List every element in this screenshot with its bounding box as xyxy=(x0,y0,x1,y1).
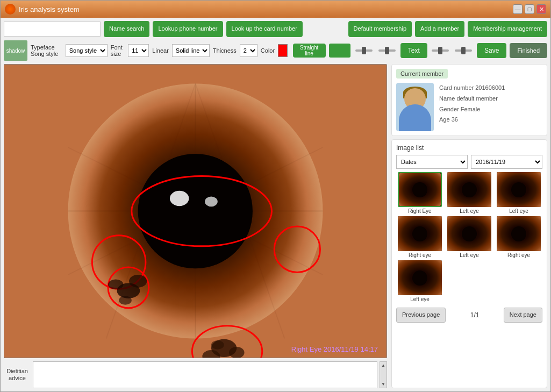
pupil-thumb xyxy=(412,270,427,286)
pupil-thumb xyxy=(462,182,477,197)
maximize-button[interactable]: □ xyxy=(525,4,534,14)
image-list-section: Image list Dates 2016/11/19 xyxy=(391,139,547,388)
svg-point-10 xyxy=(205,196,218,206)
thumbnail-1[interactable] xyxy=(398,172,442,207)
svg-point-23 xyxy=(211,340,224,350)
next-page-button[interactable]: Next page xyxy=(504,308,542,323)
thumb-label-5: Left eye xyxy=(460,252,479,258)
eye-thumb xyxy=(447,216,491,251)
image-grid: Right Eye Left eye xyxy=(396,172,542,302)
eye-thumb xyxy=(399,173,441,206)
thumb-label-7: Left eye xyxy=(410,296,430,302)
typeface-select[interactable]: Song style xyxy=(66,44,108,57)
thumbnail-2[interactable] xyxy=(447,172,491,207)
eye-thumb xyxy=(447,172,491,207)
lookup-phone-button[interactable]: Lookup phone number xyxy=(153,21,223,37)
finished-button[interactable]: Finished xyxy=(510,43,547,58)
list-item: Right Eye xyxy=(396,172,443,214)
thumb-label-1: Right Eye xyxy=(408,208,431,214)
top-bar: Name search Lookup phone number Look up … xyxy=(4,21,547,37)
window-title: Iris analysis system xyxy=(19,5,80,13)
thumb-label-2: Left eye xyxy=(460,208,479,214)
card-number: Card number 201606001 xyxy=(439,83,542,94)
dietitian-label: Dietitian advice xyxy=(4,361,31,388)
straight-line-button[interactable]: Straight line xyxy=(293,44,326,58)
thickness-label: Thicness xyxy=(213,47,237,54)
app-icon xyxy=(5,4,16,15)
date-value-select[interactable]: 2016/11/19 xyxy=(471,155,542,169)
list-item: Left eye xyxy=(446,172,493,214)
font-size-select[interactable]: 11 xyxy=(128,44,149,57)
thumbnail-5[interactable] xyxy=(447,216,491,251)
thumbnail-3[interactable] xyxy=(497,172,541,207)
current-member-label: Current member xyxy=(396,69,448,79)
thumbnail-4[interactable] xyxy=(398,216,442,251)
page-info: 1/1 xyxy=(470,311,480,319)
thumb-label-3: Left eye xyxy=(509,208,528,214)
dietitian-input[interactable] xyxy=(33,361,377,388)
list-item: Left eye xyxy=(446,216,493,258)
list-item: Right eye xyxy=(495,216,542,258)
right-panel: Current member Card number 201606001 Nam… xyxy=(391,64,547,388)
thumbnail-7[interactable] xyxy=(398,260,442,295)
member-name: Name default member xyxy=(439,94,542,104)
member-details: Card number 201606001 Name default membe… xyxy=(439,83,542,125)
main-area: Right Eye 2016/11/19 14:17 Dietitian adv… xyxy=(4,64,547,388)
dietitian-row: Dietitian advice ▲ ▼ xyxy=(4,361,387,388)
pupil-thumb xyxy=(511,226,526,241)
eye-image-label: Right Eye 2016/11/19 14:17 xyxy=(291,345,378,353)
text-slider[interactable] xyxy=(431,44,450,57)
close-button[interactable]: ✕ xyxy=(536,4,546,14)
thumb-label-4: Right eye xyxy=(409,252,431,258)
eye-thumb xyxy=(398,216,442,251)
add-member-button[interactable]: Add a member xyxy=(415,21,464,37)
svg-point-9 xyxy=(170,191,189,206)
shadow-box: shadow xyxy=(4,40,27,61)
left-panel: Right Eye 2016/11/19 14:17 Dietitian adv… xyxy=(4,64,387,388)
pupil-thumb xyxy=(511,182,526,197)
typeface-label: Typeface Song style xyxy=(31,44,62,57)
thumbnail-6[interactable] xyxy=(497,216,541,251)
svg-point-8 xyxy=(138,154,253,268)
eye-thumb xyxy=(497,172,541,207)
previous-page-button[interactable]: Previous page xyxy=(396,308,446,323)
default-membership-button[interactable]: Default membership xyxy=(348,21,412,37)
text-slider2[interactable] xyxy=(454,44,474,57)
list-item: Left eye xyxy=(396,260,443,302)
svg-point-18 xyxy=(108,279,123,289)
member-age: Age 36 xyxy=(439,115,542,125)
eye-thumb xyxy=(398,260,442,295)
eye-canvas xyxy=(4,65,387,358)
name-search-button[interactable]: Name search xyxy=(104,21,149,37)
window-controls: — □ ✕ xyxy=(513,4,546,14)
color-picker[interactable] xyxy=(278,44,287,57)
line-type-select[interactable]: Solid line xyxy=(172,44,210,57)
image-list-title: Image list xyxy=(396,144,542,152)
member-card: Current member Card number 201606001 Nam… xyxy=(391,64,547,136)
minimize-button[interactable]: — xyxy=(513,4,523,14)
lookup-card-button[interactable]: Look up the card number xyxy=(226,21,303,37)
list-item: Left eye xyxy=(495,172,542,214)
svg-point-17 xyxy=(129,275,147,288)
thickness-select[interactable]: 2 xyxy=(240,44,257,57)
opacity-slider[interactable] xyxy=(354,44,374,57)
scroll-up-arrow[interactable]: ▲ xyxy=(381,363,385,368)
dates-select[interactable]: Dates xyxy=(396,155,468,169)
font-size-label: Font size xyxy=(111,44,125,57)
member-info: Card number 201606001 Name default membe… xyxy=(396,83,542,131)
eye-image-container: Right Eye 2016/11/19 14:17 xyxy=(4,64,387,358)
membership-management-button[interactable]: Membership management xyxy=(468,21,547,37)
thumb-label-6: Right eye xyxy=(507,252,530,258)
avatar xyxy=(396,83,434,131)
search-input[interactable] xyxy=(4,22,101,37)
dietitian-scrollbar[interactable]: ▲ ▼ xyxy=(380,361,387,388)
size-slider[interactable] xyxy=(377,44,397,57)
pupil-thumb xyxy=(412,182,427,197)
scroll-down-arrow[interactable]: ▼ xyxy=(381,382,385,387)
text-button[interactable]: Text xyxy=(400,43,427,58)
draw-tool-box[interactable] xyxy=(329,44,351,58)
title-bar: Iris analysis system — □ ✕ xyxy=(1,1,550,18)
member-gender: Gender Female xyxy=(439,104,542,115)
eye-thumb xyxy=(497,216,541,251)
save-button[interactable]: Save xyxy=(477,43,506,58)
